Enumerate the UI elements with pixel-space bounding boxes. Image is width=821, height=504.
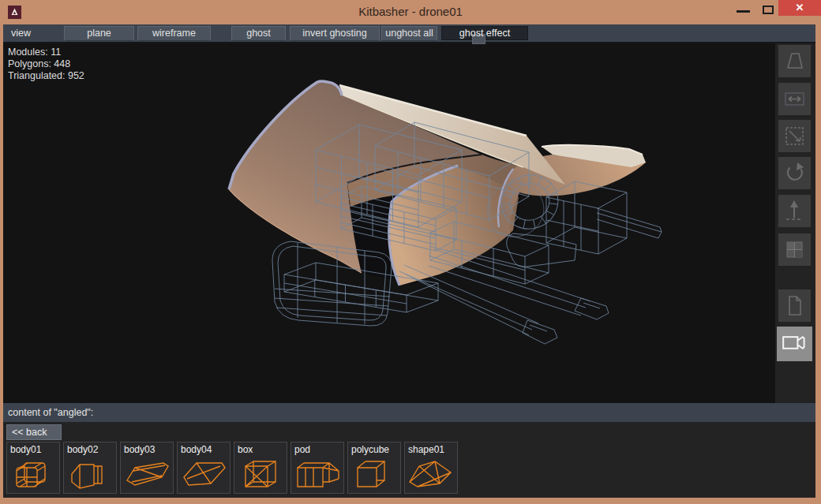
body02-icon [66,455,116,493]
module-tile-pod[interactable]: pod [291,442,344,494]
menu-view[interactable]: view [11,24,31,42]
module-tile-shape01[interactable]: shape01 [404,442,458,494]
model-stats: Modules: 11 Polygons: 448 Triangulated: … [8,47,84,82]
close-button[interactable]: ✕ [778,0,821,16]
stat-modules: Modules: 11 [8,47,84,58]
body01-icon [9,455,59,493]
unghost-all-button[interactable]: unghost all [381,26,437,41]
box-icon [236,455,287,493]
viewport-3d[interactable]: Modules: 11 Polygons: 448 Triangulated: … [3,43,775,403]
body03-icon [122,455,173,493]
camera-tool-button[interactable] [777,327,812,361]
raise-arrow-icon [778,195,811,227]
plane-tool-button[interactable] [778,45,811,77]
plane-button[interactable]: plane [64,26,134,41]
document-icon [778,289,811,322]
module-tile-box[interactable]: box [234,442,287,494]
stat-polygons: Polygons: 448 [8,58,84,70]
invert-ghosting-button[interactable]: invert ghosting [290,26,380,41]
module-tile-polycube[interactable]: polycube [347,442,401,494]
plane-shape-icon [788,54,802,68]
toolbar: view plane wireframe ghost invert ghosti… [3,24,815,43]
module-tile-body01[interactable]: body01 [6,442,60,494]
tool-sidebar [775,43,815,403]
drone-model [3,43,775,403]
width-arrows-icon [778,83,811,115]
minimize-button[interactable] [737,10,750,13]
scale-box-icon [778,120,811,152]
polycube-icon [350,455,400,493]
scale-tool-button[interactable] [778,120,811,152]
module-tile-body03[interactable]: body03 [120,442,174,494]
pod-icon [293,455,343,493]
content-header-bar: content of "angled": [3,403,815,422]
wireframe-button[interactable]: wireframe [137,26,211,41]
quad-view-tool-button[interactable] [778,233,811,266]
ghost-button[interactable]: ghost [231,26,286,41]
module-tile-body02[interactable]: body02 [63,442,117,494]
rotate-tool-button[interactable] [778,157,811,189]
camera-icon [777,327,809,359]
window-title: Kitbasher - drone01 [0,0,821,23]
quad-view-icon [778,233,811,266]
title-bar[interactable]: Kitbasher - drone01 ✕ [0,0,821,24]
stat-triangulated: Triangulated: 952 [8,70,84,82]
content-header-label: content of "angled": [8,407,93,418]
new-document-tool-button[interactable] [778,289,811,322]
body04-icon [179,455,230,493]
rotate-icon [778,157,811,189]
module-tile-body04[interactable]: body04 [177,442,231,494]
shape01-icon [407,455,457,493]
window-border-bottom [0,498,821,504]
back-button[interactable]: << back [6,424,62,440]
maximize-button[interactable] [763,6,774,14]
module-panel: << back body01 body02 body03 body04 [3,422,815,498]
raise-tool-button[interactable] [778,195,811,227]
ghost-effect-slider[interactable]: ghost effect [441,26,528,40]
width-tool-button[interactable] [778,83,811,115]
ghost-effect-label: ghost effect [442,27,527,39]
